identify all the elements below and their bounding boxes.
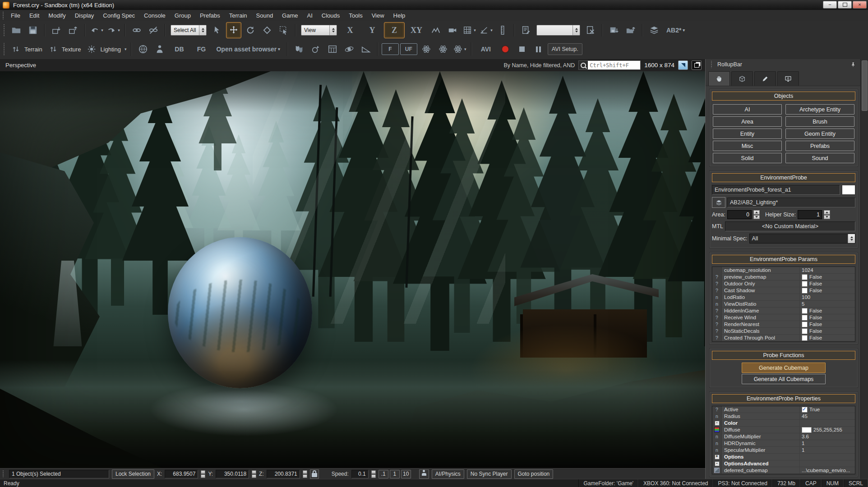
property-row[interactable]: ?Outdoor OnlyFalse: [712, 280, 855, 287]
menu-ai[interactable]: AI: [303, 10, 317, 21]
property-row[interactable]: ?Created Through PoolFalse: [712, 335, 855, 341]
move-tool-icon[interactable]: [226, 22, 241, 38]
probe-section-header[interactable]: EnvironmentProbe: [712, 173, 855, 182]
color-swatch[interactable]: [802, 427, 812, 433]
tab-modelling[interactable]: [754, 71, 776, 86]
checkbox-unchecked-icon[interactable]: [802, 315, 808, 321]
functions-section-header[interactable]: Probe Functions: [712, 351, 855, 360]
object-type-ai[interactable]: AI: [713, 104, 782, 115]
menu-sound[interactable]: Sound: [252, 10, 278, 21]
property-row[interactable]: nDiffuseMultiplier3.6: [712, 433, 855, 440]
property-row[interactable]: -Color: [712, 420, 855, 427]
property-row[interactable]: nRadius45: [712, 413, 855, 420]
property-value[interactable]: False: [799, 280, 855, 287]
selection-name-input[interactable]: [536, 25, 580, 36]
property-value[interactable]: False: [799, 287, 855, 294]
property-row[interactable]: Diffuse255,255,255: [712, 427, 855, 433]
flowgraph-button[interactable]: FG: [191, 41, 212, 57]
object-type-geom-entity[interactable]: Geom Entity: [785, 129, 854, 139]
z-spinner[interactable]: [303, 470, 307, 478]
trackview-icon[interactable]: [342, 41, 357, 57]
object-type-archetype-entity[interactable]: Archetype Entity: [785, 104, 854, 115]
no-sync-player-button[interactable]: No Sync Player: [467, 469, 512, 479]
speed-preset-dot1[interactable]: .1: [379, 470, 388, 478]
property-value[interactable]: 100: [799, 294, 855, 300]
record-button[interactable]: [498, 41, 513, 57]
object-type-sound[interactable]: Sound: [785, 153, 854, 163]
spinner-icon[interactable]: [329, 25, 337, 35]
menu-display[interactable]: Display: [70, 10, 99, 21]
objects-section-header[interactable]: Objects: [712, 92, 855, 101]
uf-panel-button[interactable]: UF: [400, 43, 417, 55]
probe-name-field[interactable]: EnvironmentProbe6_forest_a1: [712, 185, 840, 195]
menu-clouds[interactable]: Clouds: [317, 10, 344, 21]
property-value[interactable]: 1: [799, 440, 855, 446]
property-value[interactable]: False: [799, 328, 855, 334]
character-editor-icon[interactable]: [152, 41, 167, 57]
maximize-button[interactable]: [838, 1, 852, 9]
pin-icon[interactable]: [850, 61, 856, 68]
object-type-misc[interactable]: Misc: [713, 141, 782, 151]
export-objects-icon[interactable]: [65, 22, 81, 38]
atom-icon-2[interactable]: [435, 41, 451, 57]
property-value[interactable]: 3.6: [799, 433, 855, 440]
helper-size-input[interactable]: 1: [798, 210, 822, 219]
dropdown-caret-icon[interactable]: ▾: [683, 28, 685, 32]
minimal-spec-combo[interactable]: All: [749, 234, 856, 244]
y-spinner[interactable]: [252, 470, 256, 478]
property-row[interactable]: +Options: [712, 454, 855, 460]
menu-group[interactable]: Group: [170, 10, 195, 21]
collapse-icon[interactable]: -: [715, 421, 720, 426]
z-coordinate-input[interactable]: 200.8371: [267, 470, 300, 478]
select-area-tool-icon[interactable]: [276, 22, 291, 38]
menu-tools[interactable]: Tools: [344, 10, 367, 21]
select-filter-combo[interactable]: Select All: [171, 25, 207, 36]
camera-icon[interactable]: [445, 22, 460, 38]
menu-console[interactable]: Console: [139, 10, 170, 21]
property-row[interactable]: -OptionsAdvanced: [712, 460, 855, 467]
property-row[interactable]: deferred_cubemap...\cubemap_enviro...: [712, 467, 855, 474]
undo-icon[interactable]: ▾: [89, 22, 104, 38]
area-input[interactable]: 0: [727, 210, 752, 219]
search-icon[interactable]: [579, 61, 588, 69]
mtl-button[interactable]: <No Custom Material>: [725, 221, 855, 231]
speed-preset-10[interactable]: 10: [401, 470, 411, 478]
checkbox-unchecked-icon[interactable]: [802, 281, 808, 287]
rollupbar-header[interactable]: RollupBar ×: [706, 59, 868, 70]
property-row[interactable]: ?preview_cubemapFalse: [712, 274, 855, 280]
property-value[interactable]: 1024: [799, 267, 855, 273]
property-row[interactable]: nHDRDynamic1: [712, 440, 855, 447]
menu-edit[interactable]: Edit: [25, 10, 44, 21]
pause-button[interactable]: [531, 41, 546, 57]
object-type-brush[interactable]: Brush: [785, 116, 854, 127]
property-row[interactable]: nViewDistRatio5: [712, 301, 855, 308]
dropdown-caret-icon[interactable]: ▾: [101, 28, 103, 32]
generate-all-cubemaps-button[interactable]: Generate All Cubemaps: [742, 374, 826, 384]
menu-file[interactable]: File: [6, 10, 25, 21]
link-icon[interactable]: [129, 22, 144, 38]
rotate-tool-icon[interactable]: [243, 22, 258, 38]
property-value[interactable]: False: [799, 314, 855, 321]
reference-coords-combo[interactable]: View: [301, 25, 337, 36]
open-file-icon[interactable]: [9, 22, 24, 38]
asset-browser-button[interactable]: Open asset browser▾: [213, 41, 283, 57]
property-value[interactable]: False: [799, 321, 855, 327]
area-spinner[interactable]: [753, 210, 760, 219]
ai-physics-button[interactable]: AI/Physics: [432, 469, 464, 479]
speed-spinner[interactable]: [371, 470, 376, 478]
property-row[interactable]: nLodRatio100: [712, 294, 855, 301]
layer-select-button[interactable]: [712, 197, 725, 208]
property-value[interactable]: ...\cubemap_enviro...: [799, 467, 855, 473]
object-type-prefabs[interactable]: Prefabs: [785, 141, 854, 151]
texture-mode[interactable]: Texture: [46, 43, 83, 55]
unlink-icon[interactable]: [146, 22, 161, 38]
generate-cubemap-button[interactable]: Generate Cubemap: [742, 363, 826, 373]
property-row[interactable]: ?NoStaticDecalsFalse: [712, 328, 855, 335]
y-coordinate-input[interactable]: 350.0118: [216, 470, 249, 478]
tab-terrain[interactable]: [731, 71, 753, 86]
save-icon[interactable]: [25, 22, 41, 38]
snap-angle-icon[interactable]: ▾: [478, 22, 494, 38]
current-layer-button[interactable]: AB2*▾: [663, 22, 688, 38]
import-objects-icon[interactable]: [49, 22, 64, 38]
title-bar[interactable]: Forest.cry - Sandbox (tm) (x64 Edition) …: [0, 0, 868, 10]
